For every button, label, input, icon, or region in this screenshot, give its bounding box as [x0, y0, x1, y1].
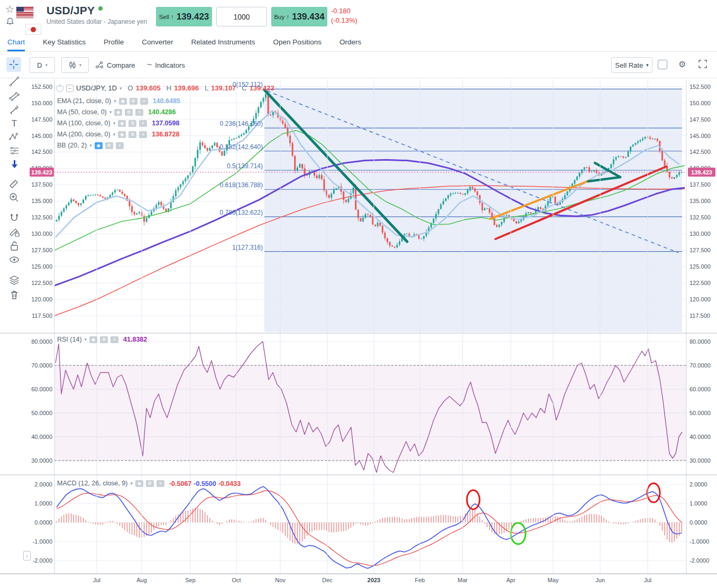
macd-gear-icon[interactable]: ⚙ — [146, 480, 154, 487]
wave-icon: ~ — [147, 60, 152, 70]
collapse-chevron-icon[interactable]: ˇ — [56, 85, 63, 92]
indicator-close-icon[interactable]: × — [140, 98, 148, 105]
sell-price: 139.423 — [177, 12, 209, 22]
amount-input[interactable] — [216, 7, 267, 26]
series-caret-icon: ▾ — [120, 86, 122, 91]
chart-settings-gear-icon[interactable]: ⚙ — [678, 59, 686, 69]
alert-bell-icon[interactable] — [5, 17, 15, 29]
indicator-value: 140.4286 — [148, 108, 176, 116]
panel-collapse-button[interactable]: ‹ — [23, 551, 31, 561]
tab-bar: ChartKey StatisticsProfileConverterRelat… — [0, 33, 717, 52]
bb-gear-icon[interactable]: ⚙ — [105, 142, 113, 149]
buy-button[interactable]: Buy ↑ 139.434 — [271, 7, 327, 26]
low-value: 139.107 — [211, 84, 236, 92]
series-title: USD/JPY, 1D — [76, 84, 117, 92]
indicator-value: 140.6485 — [153, 97, 180, 105]
rsi-legend: RSI (14) ▾ ◉ ⚙ × 41.8382 — [57, 336, 147, 343]
indicator-close-icon[interactable]: × — [139, 131, 147, 138]
tab-related-instruments[interactable]: Related Instruments — [191, 33, 255, 51]
rsi-eye-icon[interactable]: ◉ — [89, 336, 97, 343]
trading-platform: ☆ USD/JPY United States dollar - Japanes… — [0, 0, 717, 588]
pair-subtitle: United States dollar - Japanese yen — [47, 18, 147, 25]
indicators-button[interactable]: ~ Indicators — [147, 57, 185, 73]
indicator-eye-icon[interactable]: ◉ — [119, 98, 127, 105]
macd-panel[interactable] — [54, 483, 686, 568]
chart-type-dropdown[interactable]: ▾ — [61, 57, 89, 73]
crosshair-tool[interactable] — [6, 57, 21, 72]
indicator-gear-icon[interactable]: ⚙ — [130, 98, 137, 105]
indicator-eye-icon[interactable]: ◉ — [118, 120, 126, 127]
indicator-value: 137.0598 — [152, 120, 179, 127]
indicator-gear-icon[interactable]: ⚙ — [128, 120, 136, 127]
tab-open-positions[interactable]: Open Positions — [273, 33, 321, 51]
rsi-value: 41.8382 — [123, 336, 147, 343]
fullscreen-icon[interactable] — [698, 60, 707, 68]
minimize-icon[interactable]: − — [66, 85, 73, 92]
bb-legend-row: BB (20, 2)▾◉⚙× — [57, 142, 124, 149]
rsi-panel[interactable] — [54, 342, 686, 473]
indicator-legend-row: MA (100, close, 0)▾◉⚙×137.0598 — [57, 120, 179, 127]
low-label: L — [205, 84, 208, 92]
high-value: 139.696 — [174, 84, 199, 92]
candlestick-icon — [69, 61, 76, 69]
close-label: C — [242, 84, 246, 92]
us-flag — [16, 7, 33, 18]
open-label: O — [128, 84, 133, 92]
tab-converter[interactable]: Converter — [142, 33, 173, 51]
indicator-legend-row: MA (50, close, 0)▾◉⚙×140.4286 — [57, 108, 176, 116]
price-change-pct: (-0.13%) — [331, 16, 357, 24]
macd-value: -0.0433 — [218, 480, 241, 488]
chart-toolbar: D▾ ▾ Compare ~ Indicators Sell Rate▾ ⚙ — [0, 52, 717, 78]
buy-price: 139.434 — [292, 12, 324, 22]
indicator-close-icon[interactable]: × — [139, 120, 147, 127]
compare-button[interactable]: Compare — [95, 57, 135, 73]
annotation-circle — [467, 490, 480, 509]
open-value: 139.605 — [136, 84, 161, 92]
high-label: H — [167, 84, 171, 92]
indicator-gear-icon[interactable]: ⚙ — [128, 131, 136, 138]
rsi-gear-icon[interactable]: ⚙ — [100, 336, 108, 343]
main-series-legend: ˇ − USD/JPY, 1D ▾ O139.605 H139.696 L139… — [56, 84, 274, 92]
tab-orders[interactable]: Orders — [339, 33, 361, 51]
chart-canvas[interactable] — [0, 78, 717, 588]
rate-side-dropdown[interactable]: Sell Rate▾ — [611, 57, 652, 73]
market-open-dot — [98, 6, 103, 11]
macd-eye-icon[interactable]: ◉ — [135, 480, 143, 487]
toolbar-checkbox[interactable] — [658, 60, 667, 69]
compare-icon — [95, 61, 104, 69]
rsi-close-icon[interactable]: × — [111, 336, 118, 343]
sell-button[interactable]: Sell ↑ 139.423 — [156, 7, 212, 26]
indicator-eye-icon[interactable]: ◉ — [118, 131, 126, 138]
price-change: -0.180 — [331, 7, 351, 15]
macd-value: -0.5067 — [169, 480, 191, 488]
favorite-star-icon[interactable]: ☆ — [5, 4, 14, 15]
indicator-eye-icon[interactable]: ◉ — [114, 109, 122, 116]
interval-dropdown[interactable]: D▾ — [30, 57, 55, 73]
close-value: 139.423 — [250, 84, 274, 92]
tab-profile[interactable]: Profile — [104, 33, 124, 51]
indicator-value: 136.8728 — [152, 131, 179, 138]
indicator-legend-row: MA (200, close, 0)▾◉⚙×136.8728 — [57, 131, 179, 138]
tab-chart[interactable]: Chart — [7, 33, 25, 51]
indicator-gear-icon[interactable]: ⚙ — [125, 109, 133, 116]
tab-key-statistics[interactable]: Key Statistics — [43, 33, 86, 51]
macd-legend: MACD (12, 26, close, 9) ▾ ◉ ⚙ × -0.5067-… — [57, 479, 241, 488]
bb-eye-icon[interactable]: ◉ — [95, 142, 103, 149]
macd-value: -0.5500 — [194, 480, 216, 488]
macd-close-icon[interactable]: × — [157, 480, 164, 487]
indicator-close-icon[interactable]: × — [135, 109, 143, 116]
bb-close-icon[interactable]: × — [116, 142, 124, 149]
indicator-legend-row: EMA (21, close, 0)▾◉⚙×140.6485 — [57, 97, 180, 105]
page-title: USD/JPY — [47, 4, 95, 17]
